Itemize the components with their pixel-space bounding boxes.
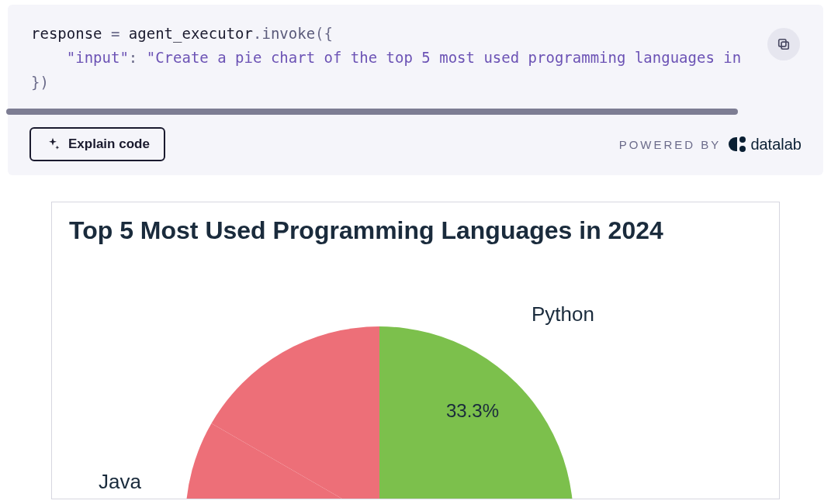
pie-label-python: Python [531, 302, 594, 326]
pie-pct-python: 33.3% [446, 400, 499, 422]
svg-rect-0 [781, 42, 788, 49]
datalab-mark-icon [729, 136, 746, 153]
code-area: response = agent_executor.invoke({ "inpu… [8, 5, 823, 104]
sparkle-icon [45, 136, 61, 152]
pie-label-java: Java [99, 470, 141, 494]
copy-button[interactable] [767, 28, 800, 60]
code-footer: Explain code POWERED BY datalab [8, 115, 823, 175]
powered-by: POWERED BY datalab [619, 136, 802, 154]
horizontal-scrollbar[interactable] [6, 109, 814, 115]
explain-code-button[interactable]: Explain code [29, 127, 165, 161]
chart-title: Top 5 Most Used Programming Languages in… [69, 216, 763, 245]
svg-rect-1 [779, 40, 786, 47]
chart-container: Top 5 Most Used Programming Languages in… [51, 202, 780, 499]
datalab-logo: datalab [729, 136, 802, 154]
code-block: response = agent_executor.invoke({ "inpu… [8, 5, 823, 175]
code-content: response = agent_executor.invoke({ "inpu… [31, 22, 800, 95]
datalab-word: datalab [750, 136, 802, 154]
pie-chart: Python Java 33.3% [68, 245, 763, 499]
explain-label: Explain code [68, 136, 150, 152]
powered-by-label: POWERED BY [619, 138, 722, 151]
copy-icon [776, 36, 791, 52]
scrollbar-thumb[interactable] [6, 109, 738, 115]
pie-svg [68, 245, 766, 499]
